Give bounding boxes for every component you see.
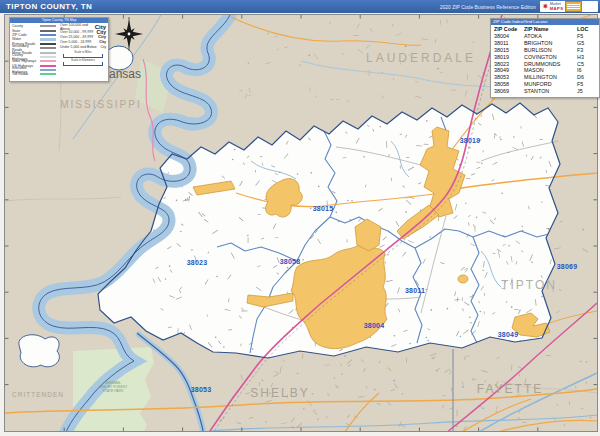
zip-label-38004: 38004 [364,322,384,329]
city-atoka-munford [291,243,387,349]
railroad [209,17,505,431]
zip-boundaries [217,117,553,353]
county-label-crittenden: CRITTENDEN [12,391,64,398]
map-legend: Tipton County, TN Map County State ZIP C… [9,17,109,82]
zip-label-38015: 38015 [313,205,333,212]
county-label-tipton: TIPTON [501,278,557,292]
compass-rose [115,17,143,51]
col-header-zip: ZIP Code [494,26,524,33]
scale-bar-miles [63,54,103,58]
table-row: 38058 [494,81,524,88]
pink-highway-fayette [441,303,597,431]
city-areas [193,127,550,349]
county-label-mississippi: MISSISSIPPI [60,99,141,110]
zip-label-38058: 38058 [280,258,300,265]
scale-bar-kilometers [63,62,103,66]
zip-label-38069: 38069 [557,263,577,270]
zip-label-38011: 38011 [405,287,425,294]
logo-brand-bottom: MAPS [550,7,564,11]
us-51-highway [206,15,502,431]
map-canvas[interactable]: LAUDERDALE MISSISSIPPI CRITTENDEN SHELBY… [4,14,598,432]
city-burlison [266,179,303,217]
wall-map-page: TIPTON COUNTY, TN 2020 ZIP Code Business… [0,0,600,436]
minor-roads [251,141,558,323]
table-row: 38049 [494,67,524,74]
state-park-area [73,347,154,431]
zip-label-38019: 38019 [460,137,480,144]
logo-gold-box [565,1,582,12]
zip-label-38023: 38023 [187,259,207,266]
table-row: 38069 [494,88,524,95]
county-label-lauderdale: LAUDERDALE [366,51,476,65]
county-label-shelby: SHELBY [250,386,309,400]
city-covington [420,127,465,217]
county-boundary [98,103,560,358]
marketmaps-logo: ✷ Market MAPS [540,1,598,12]
zip-label-38053: 38053 [191,386,211,393]
park-label: MEEMAN-SHELBY FOREST STATE PARK [98,381,128,393]
col-header-loc: LOC [577,26,597,33]
legend-city-classes: Over 100,000 and AboveCity Over 50,000 -… [58,24,106,77]
table-row: 38053 [494,74,524,81]
zip-label-38049: 38049 [498,331,518,338]
city-mason [512,313,550,337]
table-row: 38019 [494,54,524,61]
edition-label: 2020 ZIP Code Business Reference Edition [440,4,536,10]
header-bar: TIPTON COUNTY, TN 2020 ZIP Code Business… [0,0,600,13]
col-header-name: ZIP Name [524,26,577,33]
table-row: 38015 [494,47,524,54]
table-row: 38011 [494,40,524,47]
page-title: TIPTON COUNTY, TN [0,2,92,11]
oxbow-island [19,335,60,367]
legend-symbol-list: County State ZIP Code Water Primary Road… [12,24,58,77]
county-label-fayette: FAYETTE [477,382,543,396]
zip-index-table: ZIP Code Index/Grid Locator ZIP Code ZIP… [490,18,600,98]
logo-star-icon: ✷ [542,3,549,11]
table-row: 38004 [494,33,524,40]
table-row: 38023 [494,61,524,68]
tipton-county-shape [98,103,560,358]
city-brighton [355,219,381,251]
